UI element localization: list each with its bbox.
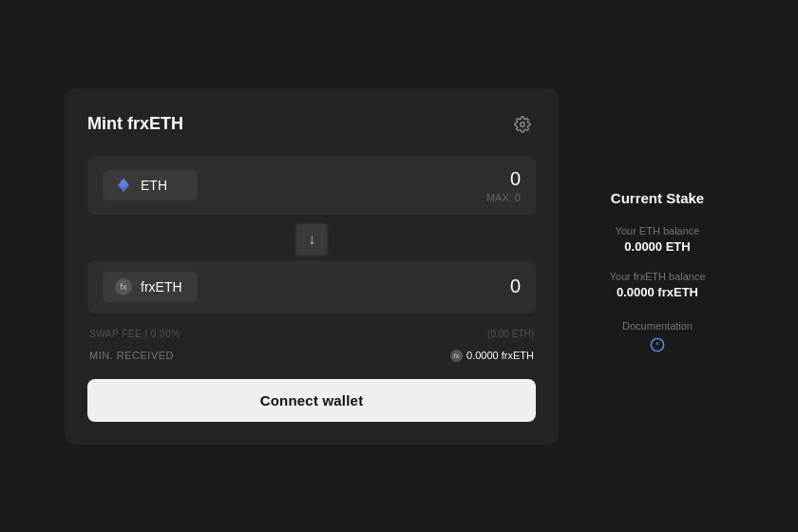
eth-token-name: ETH: [141, 178, 167, 193]
card-header: Mint frxETH: [87, 111, 536, 138]
frxeth-amount[interactable]: 0: [510, 276, 521, 297]
arrow-container: ↓: [87, 222, 536, 256]
eth-input-container: ETH 0 MAX: 0: [87, 157, 536, 215]
card-title: Mint frxETH: [87, 114, 183, 134]
swap-fee-row: SWAP FEE | 0.00% (0.00 ETH): [87, 329, 536, 339]
swap-fee-value: (0.00 ETH): [487, 329, 534, 339]
frxeth-input-container: fx frxETH 0: [87, 260, 536, 314]
min-received-amount: 0.0000 frxETH: [466, 350, 534, 361]
frxeth-balance-label: Your frxETH balance: [609, 271, 705, 282]
frxeth-balance-item: Your frxETH balance 0.0000 frxETH: [609, 271, 705, 299]
frxeth-balance-value: 0.0000 frxETH: [609, 285, 705, 299]
page-container: Mint frxETH ETH 0 M: [0, 0, 798, 532]
swap-direction-button[interactable]: ↓: [294, 222, 329, 256]
settings-button[interactable]: [509, 111, 536, 138]
eth-balance-value: 0.0000 ETH: [616, 239, 700, 254]
connect-wallet-button[interactable]: Connect wallet: [87, 379, 536, 422]
external-link-icon: [650, 337, 665, 352]
main-card: Mint frxETH ETH 0 M: [65, 88, 559, 445]
documentation-section: Documentation: [622, 320, 693, 352]
eth-icon: [114, 176, 133, 195]
frxeth-icon: fx: [114, 277, 133, 296]
svg-point-0: [521, 122, 525, 126]
stake-panel-title: Current Stake: [611, 190, 704, 206]
documentation-link[interactable]: [622, 337, 693, 352]
eth-max-label: MAX: 0: [486, 192, 521, 203]
stake-panel: Current Stake Your ETH balance 0.0000 ET…: [581, 180, 733, 352]
eth-balance-label: Your ETH balance: [616, 225, 700, 237]
eth-input-right: 0 MAX: 0: [486, 168, 521, 203]
gear-icon: [514, 116, 531, 133]
frxeth-small-icon: fx: [450, 349, 463, 362]
down-arrow-icon: ↓: [308, 231, 315, 248]
eth-token-selector[interactable]: ETH: [103, 170, 198, 200]
frxeth-token-selector[interactable]: fx frxETH: [103, 272, 198, 302]
documentation-label: Documentation: [622, 320, 693, 332]
frxeth-token-name: frxETH: [141, 279, 182, 294]
min-received-value: fx 0.0000 frxETH: [450, 349, 534, 362]
min-received-row: MIN. RECEIVED fx 0.0000 frxETH: [87, 347, 536, 364]
swap-fee-label: SWAP FEE | 0.00%: [89, 329, 180, 339]
frxeth-input-right: 0: [510, 276, 521, 297]
min-received-label: MIN. RECEIVED: [89, 350, 174, 361]
eth-amount[interactable]: 0: [510, 168, 521, 190]
eth-balance-item: Your ETH balance 0.0000 ETH: [616, 225, 700, 254]
